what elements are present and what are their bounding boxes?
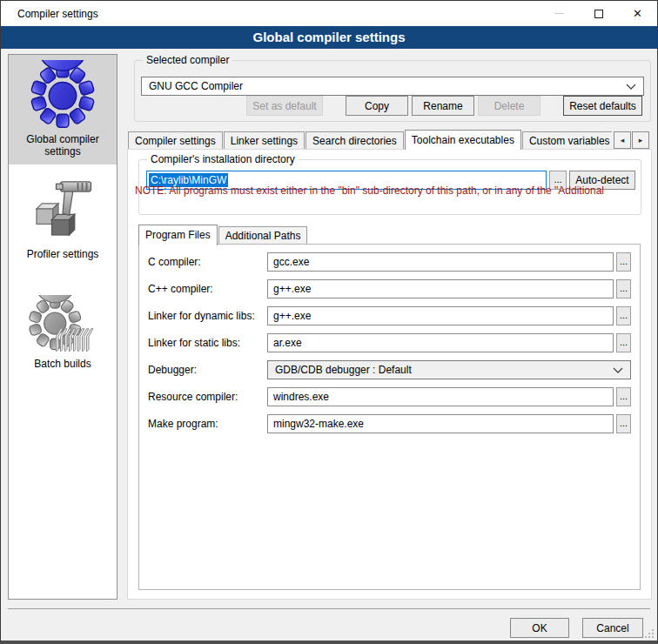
maximize-button[interactable] bbox=[579, 1, 618, 26]
gear-blue-icon bbox=[28, 60, 97, 131]
minimize-icon bbox=[554, 13, 564, 14]
titlebar-buttons: ✕ bbox=[540, 1, 657, 26]
tab-linker-settings[interactable]: Linker settings bbox=[224, 131, 305, 150]
browse-static-linker-button[interactable]: ... bbox=[616, 333, 631, 352]
field-row-dynamic-linker: Linker for dynamic libs: ... bbox=[146, 306, 631, 325]
tab-search-directories[interactable]: Search directories bbox=[306, 131, 404, 150]
window-title: Compiler settings bbox=[1, 8, 98, 20]
footer-divider bbox=[8, 608, 650, 609]
cpp-compiler-input[interactable] bbox=[267, 279, 614, 299]
selected-compiler-group: Selected compiler GNU GCC Compiler Set a… bbox=[134, 60, 651, 122]
group-legend: Compiler's installation directory bbox=[147, 153, 299, 166]
browse-resource-compiler-button[interactable]: ... bbox=[616, 387, 631, 406]
field-label: C compiler: bbox=[146, 256, 267, 268]
field-row-make-program: Make program: ... bbox=[146, 414, 631, 433]
field-label: Resource compiler: bbox=[146, 391, 267, 403]
static-linker-input[interactable] bbox=[267, 333, 614, 352]
make-program-input[interactable] bbox=[267, 414, 614, 433]
sidebar-item-label: Batch builds bbox=[9, 356, 117, 377]
sidebar-item-label: Profiler settings bbox=[9, 246, 117, 267]
paths-tabstrip: Program Files Additional Paths bbox=[138, 224, 308, 245]
dialog-heading: Global compiler settings bbox=[1, 26, 657, 49]
group-legend: Selected compiler bbox=[143, 54, 232, 67]
tab-scrollers: ◂ ▸ bbox=[614, 131, 649, 149]
browse-make-program-button[interactable]: ... bbox=[616, 414, 631, 433]
settings-category-list: Global compiler settings bbox=[8, 54, 118, 600]
tab-scroll-left-button[interactable]: ◂ bbox=[614, 131, 631, 149]
title-bar: Compiler settings ✕ bbox=[1, 1, 657, 26]
gear-stack-icon bbox=[28, 295, 97, 356]
delete-button: Delete bbox=[478, 96, 540, 116]
tab-custom-variables[interactable]: Custom variables bbox=[522, 131, 612, 150]
close-icon: ✕ bbox=[633, 8, 642, 19]
field-label: Linker for dynamic libs: bbox=[146, 310, 267, 322]
cancel-button[interactable]: Cancel bbox=[582, 618, 643, 638]
compiler-select[interactable]: GNU GCC Compiler bbox=[141, 77, 644, 96]
sidebar-item-batch-builds[interactable]: Batch builds bbox=[9, 290, 117, 377]
tab-toolchain-executables[interactable]: Toolchain executables bbox=[405, 130, 521, 150]
debugger-select-value: GDB/CDB debugger : Default bbox=[275, 364, 613, 376]
bin-subdirectory-note: NOTE: All programs must exist either in … bbox=[135, 184, 652, 197]
close-button[interactable]: ✕ bbox=[618, 1, 657, 26]
field-label: C++ compiler: bbox=[146, 283, 267, 295]
chevron-down-icon bbox=[613, 367, 623, 373]
arrow-left-icon: ◂ bbox=[621, 136, 625, 144]
c-compiler-input[interactable] bbox=[267, 252, 614, 272]
minimize-button bbox=[540, 1, 579, 26]
reset-defaults-button[interactable]: Reset defaults bbox=[563, 96, 642, 116]
debugger-select[interactable]: GDB/CDB debugger : Default bbox=[267, 360, 631, 379]
field-label: Debugger: bbox=[146, 364, 267, 376]
field-row-static-linker: Linker for static libs: ... bbox=[146, 333, 631, 352]
caliper-icon bbox=[28, 171, 97, 246]
field-row-debugger: Debugger: GDB/CDB debugger : Default bbox=[146, 360, 631, 379]
compiler-settings-window: Compiler settings ✕ Global compiler sett… bbox=[0, 0, 658, 644]
browse-dynamic-linker-button[interactable]: ... bbox=[616, 306, 631, 325]
resize-grip[interactable] bbox=[644, 628, 655, 639]
toolchain-executables-panel: Compiler's installation directory C:\ray… bbox=[127, 149, 652, 600]
program-files-panel: C compiler: ... C++ compiler: ... Linker… bbox=[138, 244, 641, 590]
field-label: Linker for static libs: bbox=[146, 337, 267, 349]
field-row-cpp-compiler: C++ compiler: ... bbox=[146, 279, 631, 299]
browse-c-compiler-button[interactable]: ... bbox=[616, 252, 631, 272]
resource-compiler-input[interactable] bbox=[267, 387, 614, 406]
field-label: Make program: bbox=[146, 418, 267, 430]
rename-button[interactable]: Rename bbox=[412, 96, 474, 116]
tab-additional-paths[interactable]: Additional Paths bbox=[218, 226, 308, 245]
sidebar-item-profiler-settings[interactable]: Profiler settings bbox=[9, 166, 117, 267]
copy-button[interactable]: Copy bbox=[346, 96, 408, 116]
compiler-select-value: GNU GCC Compiler bbox=[149, 80, 626, 92]
field-row-c-compiler: C compiler: ... bbox=[146, 252, 631, 272]
dynamic-linker-input[interactable] bbox=[267, 306, 614, 325]
set-as-default-button: Set as default bbox=[246, 96, 323, 116]
chevron-down-icon bbox=[626, 84, 636, 90]
maximize-icon bbox=[594, 10, 603, 18]
settings-tabstrip: Compiler settings Linker settings Search… bbox=[128, 129, 612, 150]
arrow-right-icon: ▸ bbox=[639, 136, 643, 144]
compiler-buttons-row: Set as default Copy Rename Delete Reset … bbox=[135, 96, 642, 116]
tab-compiler-settings[interactable]: Compiler settings bbox=[128, 131, 223, 150]
tab-program-files[interactable]: Program Files bbox=[138, 225, 218, 245]
field-row-resource-compiler: Resource compiler: ... bbox=[146, 387, 631, 406]
sidebar-item-global-compiler-settings[interactable]: Global compiler settings bbox=[9, 55, 117, 164]
ok-button[interactable]: OK bbox=[510, 618, 569, 638]
sidebar-item-label: Global compiler settings bbox=[9, 131, 117, 164]
tab-scroll-right-button[interactable]: ▸ bbox=[632, 131, 649, 149]
browse-cpp-compiler-button[interactable]: ... bbox=[616, 279, 631, 299]
